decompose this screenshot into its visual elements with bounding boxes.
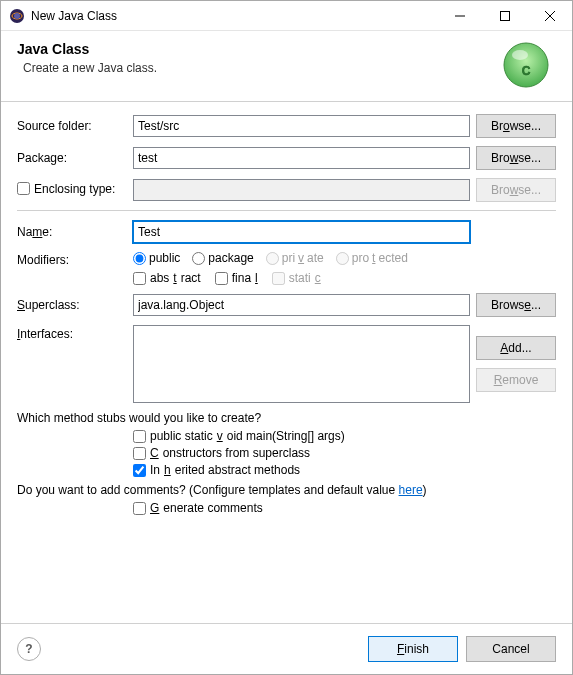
- titlebar: New Java Class: [1, 1, 572, 31]
- browse-source-button[interactable]: Browse...: [476, 114, 556, 138]
- enclosing-type-label: Enclosing type:: [17, 182, 127, 199]
- main-method-checkbox[interactable]: public static void main(String[] args): [133, 429, 556, 443]
- superclass-label: Superclass:: [17, 298, 127, 312]
- window-title: New Java Class: [31, 9, 437, 23]
- enclosing-type-input: [133, 179, 470, 201]
- package-input[interactable]: [133, 147, 470, 169]
- final-checkbox[interactable]: final: [215, 271, 258, 285]
- interfaces-list[interactable]: [133, 325, 470, 403]
- help-button[interactable]: ?: [17, 637, 41, 661]
- browse-superclass-button[interactable]: Browse...: [476, 293, 556, 317]
- svg-point-2: [14, 13, 20, 19]
- banner-heading: Java Class: [17, 41, 502, 57]
- enclosing-type-checkbox[interactable]: [17, 182, 30, 195]
- comments-question: Do you want to add comments? (Configure …: [17, 483, 556, 497]
- source-folder-label: Source folder:: [17, 119, 127, 133]
- constructors-checkbox[interactable]: Constructors from superclass: [133, 446, 556, 460]
- inherited-checkbox[interactable]: Inherited abstract methods: [133, 463, 556, 477]
- svg-rect-4: [500, 11, 509, 20]
- divider: [17, 210, 556, 211]
- browse-enclosing-button: Browse...: [476, 178, 556, 202]
- static-checkbox: static: [272, 271, 321, 285]
- close-button[interactable]: [527, 1, 572, 30]
- abstract-checkbox[interactable]: abstract: [133, 271, 201, 285]
- minimize-button[interactable]: [437, 1, 482, 30]
- interfaces-label: Interfaces:: [17, 325, 127, 341]
- wizard-banner: Java Class Create a new Java class. C: [1, 31, 572, 102]
- package-label: Package:: [17, 151, 127, 165]
- finish-button[interactable]: Finish: [368, 636, 458, 662]
- generate-comments-checkbox[interactable]: Generate comments: [133, 501, 556, 515]
- cancel-button[interactable]: Cancel: [466, 636, 556, 662]
- form-content: Source folder: Browse... Package: Browse…: [1, 102, 572, 623]
- new-java-class-dialog: New Java Class Java Class Create a new J…: [0, 0, 573, 675]
- private-radio: private: [266, 251, 324, 265]
- add-interface-button[interactable]: Add...: [476, 336, 556, 360]
- configure-templates-link[interactable]: here: [399, 483, 423, 497]
- source-folder-input[interactable]: [133, 115, 470, 137]
- button-bar: ? Finish Cancel: [1, 623, 572, 674]
- svg-point-9: [512, 50, 528, 60]
- protected-radio: protected: [336, 251, 408, 265]
- remove-interface-button: Remove: [476, 368, 556, 392]
- banner-subtitle: Create a new Java class.: [23, 61, 502, 75]
- stubs-question: Which method stubs would you like to cre…: [17, 411, 556, 425]
- svg-text:?: ?: [25, 642, 32, 656]
- superclass-input[interactable]: [133, 294, 470, 316]
- public-radio[interactable]: public: [133, 251, 180, 265]
- svg-text:C: C: [522, 64, 531, 78]
- name-label: Name:: [17, 225, 127, 239]
- eclipse-icon: [9, 8, 25, 24]
- name-input[interactable]: [133, 221, 470, 243]
- package-radio[interactable]: package: [192, 251, 253, 265]
- class-icon: C: [502, 41, 550, 89]
- modifiers-label: Modifiers:: [17, 251, 127, 267]
- browse-package-button[interactable]: Browse...: [476, 146, 556, 170]
- maximize-button[interactable]: [482, 1, 527, 30]
